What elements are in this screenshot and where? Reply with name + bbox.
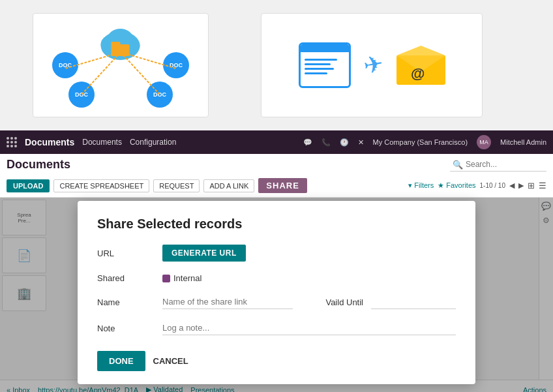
search-icon: 🔍	[453, 160, 463, 170]
paper-plane-icon: ✈	[361, 50, 385, 81]
doc-main-title: Documents	[7, 158, 70, 172]
note-value	[162, 321, 456, 335]
app-menu: Documents Configuration	[82, 138, 176, 147]
user-avatar: MA	[477, 135, 491, 149]
phone-icon[interactable]: 📞	[321, 138, 331, 147]
note-label: Note	[97, 324, 162, 333]
name-value	[162, 295, 318, 309]
svg-text:@: @	[411, 65, 425, 82]
timer-icon[interactable]: 🕐	[340, 138, 349, 147]
list-view-icon[interactable]: ☰	[539, 181, 546, 190]
menu-configuration[interactable]: Configuration	[130, 138, 176, 147]
share-button[interactable]: SHARE	[258, 178, 307, 193]
url-value: GENERATE URL	[162, 245, 456, 262]
request-button[interactable]: REQUEST	[153, 179, 200, 192]
pagination: 1-10 / 10	[480, 182, 505, 189]
name-label: Name	[97, 297, 162, 307]
url-label: URL	[97, 249, 162, 258]
grid-view-icon[interactable]: ⊞	[528, 181, 535, 190]
internal-badge[interactable]: Internal	[162, 273, 202, 283]
main-content: SpreaPre... 📄 🏢 Share Selected records U…	[0, 198, 553, 392]
create-spreadsheet-button[interactable]: CREATE SPREADSHEET	[53, 179, 149, 192]
internal-color-swatch	[162, 275, 170, 282]
upload-button[interactable]: UPLOAD	[7, 179, 50, 192]
prev-page-icon[interactable]: ◀	[509, 181, 515, 190]
filter-area: ▾ Filters ★ Favorites 1-10 / 10 ◀ ▶ ⊞ ☰	[408, 181, 546, 190]
email-envelope: @	[396, 46, 445, 85]
chat-icon[interactable]: 💬	[303, 138, 312, 147]
cloud-doc-illustration: DOC DOC DOC DOC	[33, 13, 209, 117]
note-row: Note	[97, 321, 456, 335]
note-input[interactable]	[162, 321, 456, 335]
top-images-section: DOC DOC DOC DOC	[0, 0, 553, 130]
company-name: My Company (San Francisco)	[373, 138, 468, 146]
done-button[interactable]: DONE	[97, 351, 145, 371]
menu-documents[interactable]: Documents	[82, 138, 122, 147]
modal-footer: DONE CANCEL	[97, 351, 456, 371]
svg-line-7	[121, 52, 176, 68]
svg-line-6	[65, 52, 121, 68]
filters-button[interactable]: ▾ Filters	[408, 181, 434, 190]
internal-text: Internal	[173, 273, 202, 283]
shared-row: Shared Internal	[97, 273, 456, 283]
modal-overlay: Share Selected records URL GENERATE URL …	[0, 198, 553, 392]
shared-label: Shared	[97, 273, 162, 283]
url-row: URL GENERATE URL	[97, 245, 456, 262]
close-icon[interactable]: ✕	[358, 138, 364, 147]
doc-toolbar: UPLOAD CREATE SPREADSHEET REQUEST ADD A …	[0, 174, 553, 198]
apps-grid-icon[interactable]	[7, 137, 17, 147]
cancel-button[interactable]: CANCEL	[153, 356, 188, 366]
valid-until-label: Vaild Until	[325, 297, 363, 307]
email-share-illustration: ✈ @	[261, 13, 483, 117]
doc-title-bar: Documents 🔍	[0, 154, 553, 174]
modal-title: Share Selected records	[97, 217, 456, 232]
user-name: Mitchell Admin	[500, 138, 546, 146]
valid-until-input[interactable]	[371, 295, 456, 309]
doc-icon	[299, 42, 351, 88]
share-modal: Share Selected records URL GENERATE URL …	[78, 201, 475, 384]
cloud-illustration-inner: DOC DOC DOC DOC	[46, 20, 196, 111]
svg-marker-12	[396, 46, 445, 55]
search-input[interactable]	[466, 160, 544, 169]
search-area[interactable]: 🔍	[450, 158, 546, 172]
add-link-button[interactable]: ADD A LINK	[203, 179, 254, 192]
app-bar-right: 💬 📞 🕐 ✕ My Company (San Francisco) MA Mi…	[303, 135, 546, 149]
name-validuntil-row: Name Vaild Until	[97, 295, 456, 309]
app-title: Documents	[25, 137, 74, 147]
name-input[interactable]	[162, 295, 293, 309]
shared-value: Internal	[162, 273, 456, 283]
favorites-button[interactable]: ★ Favorites	[438, 181, 475, 190]
next-page-icon[interactable]: ▶	[518, 181, 524, 190]
arrow-lines	[46, 20, 196, 111]
app-bar: Documents Documents Configuration 💬 📞 🕐 …	[0, 130, 553, 154]
generate-url-button[interactable]: GENERATE URL	[162, 245, 246, 262]
